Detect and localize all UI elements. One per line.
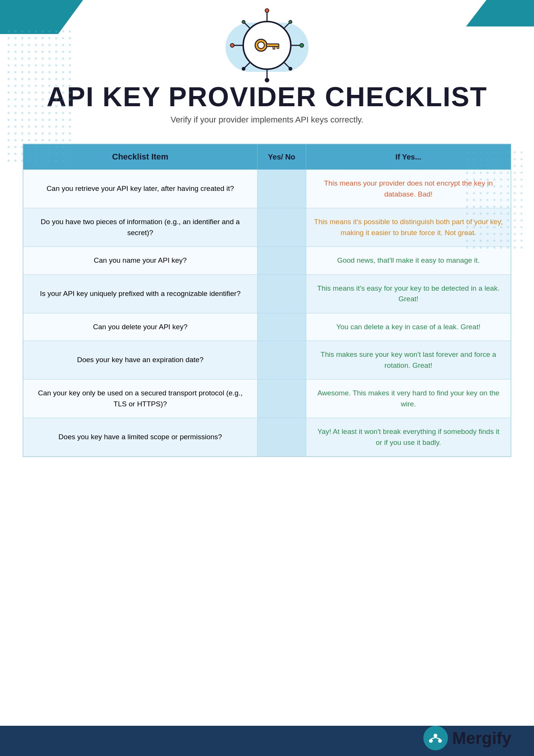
svg-rect-18 bbox=[266, 44, 279, 46]
table-row-item: Do you have two pieces of information (e… bbox=[23, 208, 258, 247]
svg-point-14 bbox=[242, 67, 245, 70]
table-row-item: Can you delete your API key? bbox=[23, 313, 258, 341]
table-row-yesno bbox=[257, 380, 306, 418]
svg-point-8 bbox=[265, 9, 269, 12]
svg-point-11 bbox=[230, 43, 234, 47]
footer-brand: Mergify bbox=[423, 726, 511, 750]
page-subtitle: Verify if your provider implements API k… bbox=[171, 115, 364, 125]
table-row-item: Can you name your API key? bbox=[23, 247, 258, 275]
table-row-ifyes: Awesome. This makes it very hard to find… bbox=[306, 380, 511, 418]
table-row-item: Does your key have an expiration date? bbox=[23, 341, 258, 380]
svg-line-24 bbox=[431, 737, 435, 739]
dot-pattern-left: (function() { const dp = document.queryS… bbox=[8, 30, 76, 181]
svg-point-13 bbox=[289, 67, 292, 70]
page-title: API KEY PROVIDER CHECKLIST bbox=[47, 83, 488, 110]
svg-point-23 bbox=[434, 734, 437, 737]
brand-name: Mergify bbox=[452, 729, 511, 748]
svg-line-25 bbox=[435, 737, 440, 739]
table-row-yesno bbox=[257, 274, 306, 313]
svg-line-1 bbox=[284, 23, 290, 28]
table-row-yesno bbox=[257, 170, 306, 208]
svg-point-15 bbox=[242, 20, 245, 23]
table-row-yesno bbox=[257, 341, 306, 380]
svg-point-10 bbox=[265, 78, 269, 82]
mergify-logo-circle bbox=[423, 726, 448, 750]
table-row-item: Can your key only be used on a secured t… bbox=[23, 380, 258, 418]
table-row-yesno bbox=[257, 313, 306, 341]
table-row-yesno bbox=[257, 418, 306, 457]
svg-point-12 bbox=[289, 20, 292, 23]
mergify-logo-icon bbox=[428, 733, 443, 744]
svg-line-3 bbox=[284, 62, 290, 68]
table-row-ifyes: Yay! At least it won't break everything … bbox=[306, 418, 511, 457]
dot-pattern-right: (function() { const dp = document.queryS… bbox=[466, 151, 526, 265]
checklist-table-container: Checklist Item Yes/ No If Yes... Can you… bbox=[23, 144, 511, 457]
svg-rect-20 bbox=[277, 46, 279, 48]
svg-line-7 bbox=[244, 23, 250, 28]
header-yes-no: Yes/ No bbox=[257, 144, 306, 170]
svg-point-9 bbox=[300, 43, 304, 47]
svg-point-21 bbox=[429, 739, 433, 743]
svg-point-22 bbox=[438, 739, 442, 743]
checklist-table: Checklist Item Yes/ No If Yes... Can you… bbox=[23, 144, 511, 457]
page-header: API KEY PROVIDER CHECKLIST Verify if you… bbox=[0, 0, 534, 144]
table-row-ifyes: This means it's easy for your key to be … bbox=[306, 274, 511, 313]
table-row-yesno bbox=[257, 208, 306, 247]
svg-line-5 bbox=[244, 62, 250, 68]
key-circle bbox=[242, 21, 292, 70]
table-row-item: Does you key have a limited scope or per… bbox=[23, 418, 258, 457]
svg-point-17 bbox=[258, 42, 265, 49]
hero-illustration bbox=[222, 11, 312, 79]
svg-rect-19 bbox=[273, 46, 275, 49]
table-row-ifyes: This makes sure your key won't last fore… bbox=[306, 341, 511, 380]
table-row-item: Is your API key uniquely prefixed with a… bbox=[23, 274, 258, 313]
table-row-ifyes: You can delete a key in case of a leak. … bbox=[306, 313, 511, 341]
table-row-yesno bbox=[257, 247, 306, 275]
key-icon bbox=[254, 36, 280, 55]
